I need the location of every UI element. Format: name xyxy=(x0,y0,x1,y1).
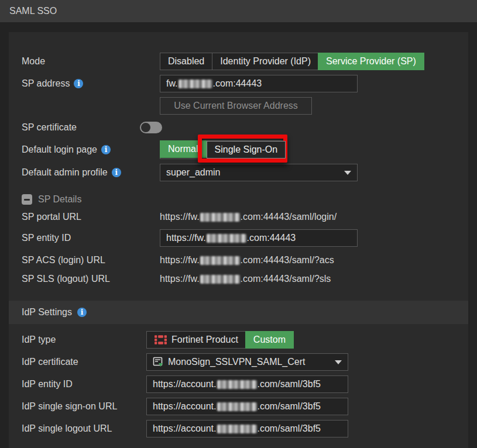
sp-portal-url-label: SP portal URL xyxy=(22,212,160,222)
idp-type-row: IdP type Fortinet Product xyxy=(22,331,455,349)
default-login-page-option-single-sign-on[interactable]: Single Sign-On xyxy=(207,141,286,158)
mode-label: Mode xyxy=(22,56,160,67)
idp-certificate-label: IdP certificate xyxy=(22,357,146,367)
idp-sso-url-input[interactable]: https://account..com/saml/3bf5 xyxy=(146,398,348,415)
idp-type-segmented-control: Fortinet Product Custom xyxy=(146,331,294,349)
chevron-down-icon xyxy=(335,360,342,364)
sp-certificate-toggle[interactable] xyxy=(140,122,162,133)
default-login-page-segmented-control: Normal Single Sign-On xyxy=(160,140,286,159)
window-title-bar: SAML SSO xyxy=(0,0,477,22)
sp-address-row: SP address i fw..com:44443 xyxy=(22,75,455,92)
sp-sls-url-row: SP SLS (logout) URL https://fw..com:4444… xyxy=(22,274,455,284)
redacted-text xyxy=(200,256,240,265)
redacted-text xyxy=(179,80,212,88)
idp-entity-id-label: IdP entity ID xyxy=(22,379,146,390)
redacted-text xyxy=(207,234,246,243)
idp-entity-id-row: IdP entity ID https://account..com/saml/… xyxy=(22,375,455,393)
idp-entity-id-input[interactable]: https://account..com/saml/3bf5 xyxy=(146,375,348,393)
mode-row: Mode Disabled Identity Provider (IdP) Se… xyxy=(22,53,455,70)
idp-settings-section-header: IdP Settings i xyxy=(9,301,468,324)
use-current-browser-address-row: Use Current Browser Address xyxy=(22,97,455,115)
sp-acs-url-value: https://fw..com:44443/saml/?acs xyxy=(160,255,334,266)
idp-type-option-fortinet-product[interactable]: Fortinet Product xyxy=(147,332,246,348)
sp-address-input[interactable]: fw..com:44443 xyxy=(160,75,358,92)
redacted-text xyxy=(200,213,240,222)
idp-type-option-custom[interactable]: Custom xyxy=(245,331,294,349)
sp-acs-url-row: SP ACS (login) URL https://fw..com:44443… xyxy=(22,255,455,266)
idp-slo-url-input[interactable]: https://account..com/saml/3bf5 xyxy=(146,420,348,437)
redacted-text xyxy=(217,380,257,389)
collapse-minus-icon[interactable] xyxy=(22,194,32,205)
chevron-down-icon xyxy=(344,171,351,175)
default-admin-profile-select[interactable]: super_admin xyxy=(160,164,358,181)
idp-sso-url-label: IdP single sign-on URL xyxy=(22,401,146,412)
mode-option-disabled[interactable]: Disabled xyxy=(160,53,212,70)
sp-address-label: SP address i xyxy=(22,78,160,89)
page-title: SAML SSO xyxy=(9,6,57,16)
sp-details-title: SP Details xyxy=(38,194,81,205)
default-admin-profile-label: Default admin profile i xyxy=(22,167,160,178)
default-login-page-label: Default login page i xyxy=(22,144,160,155)
sp-certificate-label: SP certificate xyxy=(22,122,139,133)
idp-settings-title: IdP Settings xyxy=(22,307,72,318)
info-icon[interactable]: i xyxy=(74,79,83,88)
idp-settings-section: IdP type Fortinet Product xyxy=(22,331,455,437)
sp-certificate-row: SP certificate xyxy=(22,122,455,133)
idp-type-label: IdP type xyxy=(22,335,146,345)
idp-certificate-select[interactable]: MonoSign_SSLVPN_SAML_Cert xyxy=(146,353,348,371)
redacted-text xyxy=(217,425,257,433)
idp-certificate-row: IdP certificate MonoSign_SSLVPN_SAML_Cer… xyxy=(22,353,455,371)
sp-sls-url-label: SP SLS (logout) URL xyxy=(22,274,160,284)
idp-slo-url-row: IdP single logout URL https://account..c… xyxy=(22,420,455,437)
info-icon[interactable]: i xyxy=(77,308,87,317)
idp-slo-url-label: IdP single logout URL xyxy=(22,423,146,434)
fortinet-logo-icon xyxy=(155,335,167,344)
mode-option-service-provider[interactable]: Service Provider (SP) xyxy=(318,53,424,70)
saml-sso-panel: Mode Disabled Identity Provider (IdP) Se… xyxy=(9,32,468,448)
default-login-page-row: Default login page i Normal Single Sign-… xyxy=(22,140,455,159)
sp-entity-id-input[interactable]: https://fw..com:44443 xyxy=(160,229,358,247)
sp-portal-url-value: https://fw..com:44443/saml/login/ xyxy=(160,212,337,222)
info-icon[interactable]: i xyxy=(101,145,111,154)
sp-sls-url-value: https://fw..com:44443/saml/?sls xyxy=(160,274,331,284)
default-login-page-option-normal[interactable]: Normal xyxy=(160,140,207,158)
redacted-text xyxy=(217,402,257,411)
toggle-knob xyxy=(141,123,150,132)
sp-acs-url-label: SP ACS (login) URL xyxy=(22,255,160,266)
info-icon[interactable]: i xyxy=(112,168,121,177)
use-current-browser-address-button[interactable]: Use Current Browser Address xyxy=(160,97,312,115)
sp-portal-url-row: SP portal URL https://fw..com:44443/saml… xyxy=(22,212,455,222)
sp-entity-id-label: SP entity ID xyxy=(22,233,160,243)
mode-option-identity-provider[interactable]: Identity Provider (IdP) xyxy=(212,53,318,70)
certificate-icon xyxy=(153,357,163,367)
default-admin-profile-row: Default admin profile i super_admin xyxy=(22,164,455,181)
idp-sso-url-row: IdP single sign-on URL https://account..… xyxy=(22,398,455,415)
sp-entity-id-row: SP entity ID https://fw..com:44443 xyxy=(22,229,455,247)
mode-segmented-control: Disabled Identity Provider (IdP) Service… xyxy=(160,53,424,70)
sp-details-header: SP Details xyxy=(22,194,455,205)
redacted-text xyxy=(200,275,240,284)
